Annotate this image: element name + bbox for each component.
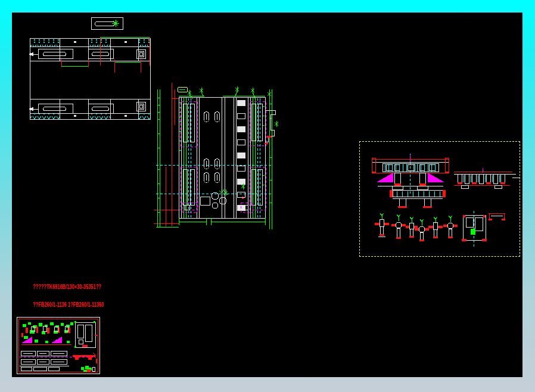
thumbnail-right-detail [74, 321, 97, 348]
assembly-top-view[interactable] [27, 36, 154, 124]
detail-rail-section[interactable] [372, 154, 449, 194]
detail-cross-bar[interactable] [390, 190, 446, 208]
main-plan-view[interactable] [153, 80, 280, 231]
thumbnail-table [20, 351, 96, 371]
drawing-note-2[interactable]: ??FB260/1-1136 1?FB260/1-11360 [33, 301, 104, 308]
part-detail-box[interactable] [91, 16, 124, 32]
thumbnail-mechanism [21, 322, 73, 345]
detail-bolts-row[interactable] [375, 213, 458, 241]
detail-housing[interactable] [462, 211, 487, 247]
cad-canvas[interactable]: ?????TK6916B/130×30-35351?? ??FB260/1-11… [12, 13, 522, 377]
thumbnail-bracket [73, 353, 97, 372]
detail-side-rail[interactable] [454, 168, 520, 189]
detail-channel-bracket[interactable] [489, 214, 505, 221]
sheet-thumbnail[interactable] [17, 317, 100, 374]
details-panel[interactable] [359, 141, 520, 257]
drawing-note-1[interactable]: ?????TK6916B/130×30-35351?? [33, 284, 101, 290]
window-frame: ?????TK6916B/130×30-35351?? ??FB260/1-11… [0, 0, 535, 392]
